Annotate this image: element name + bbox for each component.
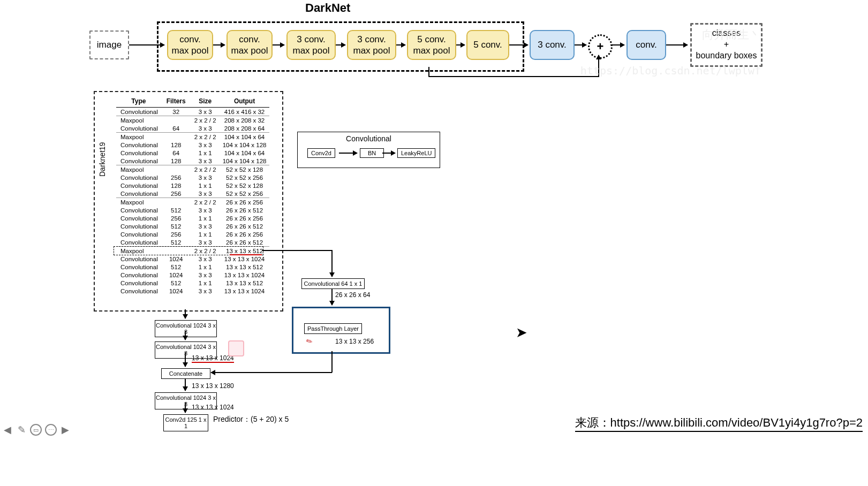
leakyrelu-box: LeakyReLU xyxy=(397,148,435,158)
arrow xyxy=(129,44,164,45)
prev-icon[interactable]: ◀ xyxy=(2,424,13,435)
side-conv-box: Convolutional 64 1 x 1 xyxy=(301,278,365,289)
conv2d-125-box: Conv2d 125 1 x 1 xyxy=(163,414,208,431)
stage-3: 3 conv. max pool xyxy=(286,30,336,60)
table-row: Convolutional5123 x 326 x 26 x 512 xyxy=(116,206,269,214)
passthrough-dim: 13 x 13 x 256 xyxy=(335,338,374,345)
table-row: Maxpool2 x 2 / 2208 x 208 x 32 xyxy=(116,116,269,125)
side-dim: 26 x 26 x 64 xyxy=(335,291,370,299)
arrow xyxy=(185,331,186,340)
more-icon[interactable]: ⋯ xyxy=(45,424,57,436)
line xyxy=(213,372,332,373)
head-1: 3 conv. xyxy=(530,30,575,60)
output-line3: boundary boxes xyxy=(692,50,761,62)
toolbar: ◀ ✎ ▭ ⋯ ▶ xyxy=(2,424,71,436)
image-block: image xyxy=(89,31,129,59)
arrow xyxy=(185,403,186,413)
table-row: Convolutional5123 x 326 x 26 x 512 xyxy=(116,222,269,230)
table-row: Convolutional10243 x 313 x 13 x 1024 xyxy=(116,271,269,279)
stage-1: conv. max pool xyxy=(167,30,213,60)
arrow xyxy=(396,44,405,45)
table-row: Convolutional643 x 3208 x 208 x 64 xyxy=(116,124,269,133)
cursor-icon: ➤ xyxy=(516,324,527,341)
arrow xyxy=(509,44,528,45)
diagram-title: DarkNet xyxy=(305,1,350,15)
table-row: Convolutional2563 x 352 x 52 x 256 xyxy=(116,173,269,181)
table-row: Convolutional1283 x 3104 x 104 x 128 xyxy=(116,141,269,149)
arrow xyxy=(213,44,225,45)
passthrough-box: PassThrough Layer 13 x 13 x 256 ✎ xyxy=(292,307,390,354)
pen-mark-icon: ✎ xyxy=(305,336,314,347)
red-underline xyxy=(230,254,262,255)
stage-5: 5 conv. max pool xyxy=(407,30,456,60)
stage-2: conv. max pool xyxy=(227,30,273,60)
conv2d-box: Conv2d xyxy=(307,148,335,158)
convolutional-block: Convolutional Conv2d BN LeakyReLU xyxy=(297,132,440,168)
table-row: Convolutional5121 x 113 x 13 x 512 xyxy=(116,279,269,287)
predictor-text: Predictor：(5 + 20) x 5 xyxy=(213,415,289,424)
table-side-label: Darknet19 xyxy=(98,142,107,177)
table-row: Convolutional2563 x 352 x 52 x 256 xyxy=(116,189,269,198)
flow-dim-3: 13 x 13 x 1024 xyxy=(192,404,234,411)
stop-icon[interactable]: ▭ xyxy=(30,424,42,436)
darknet19-table: TypeFiltersSizeOutput Convolutional323 x… xyxy=(94,91,283,312)
table-row: Convolutional10243 x 313 x 13 x 1024 xyxy=(116,255,269,263)
arrow xyxy=(382,153,395,154)
pencil-icon[interactable]: ✎ xyxy=(16,424,27,435)
conv-1024-1: Convolutional 1024 3 x 3 xyxy=(155,320,217,337)
watermark-1: 向升而生丶 xyxy=(702,27,761,43)
bn-box: BN xyxy=(360,148,384,158)
table-row: Convolutional323 x 3416 x 416 x 32 xyxy=(116,108,269,116)
line xyxy=(262,250,332,251)
arrow xyxy=(610,44,624,45)
table-row: Maxpool2 x 2 / 252 x 52 x 128 xyxy=(116,165,269,174)
arrow xyxy=(185,379,186,391)
arrow xyxy=(331,289,333,305)
source-text: 来源：https://www.bilibili.com/video/BV1yi4… xyxy=(575,415,863,432)
head-2: conv. xyxy=(627,30,666,60)
col-header: Type xyxy=(116,95,161,108)
passthrough-label: PassThrough Layer xyxy=(304,323,362,334)
col-header: Size xyxy=(191,95,220,108)
flow-dim-2: 13 x 13 x 1280 xyxy=(192,382,234,390)
stage-6: 5 conv. xyxy=(466,30,509,60)
arrow xyxy=(575,44,586,45)
stage-4: 3 conv. max pool xyxy=(347,30,396,60)
arrow xyxy=(336,44,345,45)
faded-marker xyxy=(228,340,244,356)
concatenate-box: Concatenate xyxy=(161,368,210,379)
next-icon[interactable]: ▶ xyxy=(60,424,71,435)
arrow xyxy=(185,309,186,318)
col-header: Output xyxy=(220,95,270,108)
arrow xyxy=(211,372,213,373)
table-row: Convolutional2561 x 126 x 26 x 256 xyxy=(116,214,269,222)
table-row: Convolutional2561 x 126 x 26 x 256 xyxy=(116,230,269,238)
table-row: Maxpool2 x 2 / 2104 x 104 x 64 xyxy=(116,133,269,141)
table-row: Convolutional641 x 1104 x 104 x 64 xyxy=(116,149,269,157)
table-row: Maxpool2 x 2 / 226 x 26 x 256 xyxy=(116,198,269,207)
skip-line xyxy=(428,67,429,77)
watermark-2: https://blog.csdn.net/lwplwf xyxy=(580,64,761,77)
arrow xyxy=(339,153,357,154)
arrow xyxy=(185,352,186,367)
skip-arrow xyxy=(598,55,599,58)
col-header: Filters xyxy=(161,95,191,108)
flow-dim-1: 13 x 13 x 1024 xyxy=(192,354,234,363)
table-row: Convolutional5123 x 326 x 26 x 512 xyxy=(116,238,269,247)
table-row: Convolutional1281 x 152 x 52 x 128 xyxy=(116,181,269,189)
arch-table: TypeFiltersSizeOutput Convolutional323 x… xyxy=(116,95,269,295)
convblock-title: Convolutional xyxy=(298,134,440,143)
table-row: Convolutional10243 x 313 x 13 x 1024 xyxy=(116,287,269,295)
table-row: Convolutional5121 x 113 x 13 x 512 xyxy=(116,263,269,271)
arrow xyxy=(331,276,333,277)
arrow xyxy=(273,44,284,45)
skip-line xyxy=(428,76,599,77)
arrow xyxy=(456,44,465,45)
arrow xyxy=(666,44,688,45)
line xyxy=(331,351,333,373)
table-row: Convolutional1283 x 3104 x 104 x 128 xyxy=(116,157,269,165)
